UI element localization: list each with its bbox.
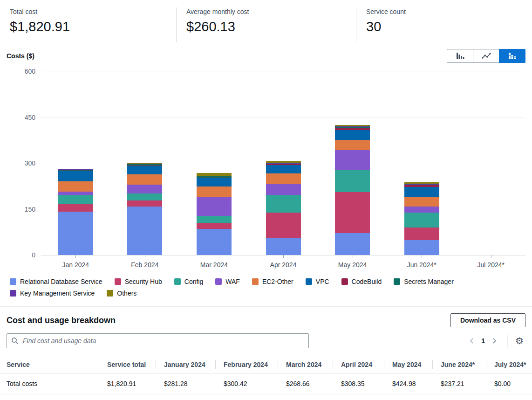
bar-column: [249, 71, 318, 255]
x-axis-label: May 2024: [318, 261, 387, 269]
x-axis-tick: [353, 255, 353, 258]
next-page-button[interactable]: [488, 336, 501, 346]
stacked-bar-chart-toggle-button[interactable]: [499, 49, 525, 63]
x-axis-label: Mar 2024: [179, 261, 249, 269]
bar-segment[interactable]: [266, 173, 301, 184]
bar-segment[interactable]: [335, 233, 370, 255]
legend-label: Config: [184, 278, 203, 285]
stat-value: $260.13: [186, 19, 356, 34]
legend-label: CodeBuild: [352, 278, 382, 285]
y-axis: 0150300450600: [7, 71, 41, 255]
bar-segment[interactable]: [197, 229, 232, 255]
legend-swatch: [174, 278, 181, 285]
bar-segment[interactable]: [335, 130, 370, 140]
legend-item[interactable]: Relational Database Service: [10, 278, 102, 285]
bar-segment[interactable]: [335, 140, 370, 150]
bar-segment[interactable]: [404, 187, 439, 196]
bar-segment[interactable]: [127, 174, 162, 185]
bar-segment[interactable]: [404, 213, 439, 228]
stat-label: Service count: [366, 7, 532, 16]
bar-segment[interactable]: [58, 212, 93, 255]
bar-segment[interactable]: [404, 240, 439, 255]
legend-item[interactable]: Config: [174, 278, 203, 285]
x-axis-tick: [145, 255, 145, 258]
bar-segment[interactable]: [197, 186, 232, 197]
bar-segment[interactable]: [58, 171, 93, 181]
bar-segment[interactable]: [58, 204, 93, 212]
legend-item[interactable]: WAF: [215, 278, 240, 285]
bar-chart-toggle-button[interactable]: [447, 49, 473, 63]
download-as-csv-button[interactable]: Download as CSV: [450, 313, 525, 327]
x-axis-tick: [491, 255, 491, 258]
bar-segment[interactable]: [127, 185, 162, 193]
bar-segment[interactable]: [404, 207, 439, 213]
bar-segment[interactable]: [127, 207, 162, 255]
bar-segment[interactable]: [197, 197, 232, 216]
legend-label: EC2-Other: [262, 278, 293, 285]
legend-item[interactable]: Security Hub: [115, 278, 162, 285]
bar-segment[interactable]: [266, 195, 301, 213]
stacked-bar: [335, 125, 370, 255]
legend-item[interactable]: Key Management Service: [10, 290, 95, 297]
bar-segment[interactable]: [127, 193, 162, 200]
stat-average-monthly-cost: Average monthly cost $260.13: [176, 7, 356, 42]
legend-label: Key Management Service: [20, 290, 95, 297]
line-chart-toggle-button[interactable]: [473, 49, 499, 63]
bar-segment[interactable]: [127, 200, 162, 207]
bar-segment[interactable]: [58, 192, 93, 195]
bar-segment[interactable]: [266, 184, 301, 195]
bar-segment[interactable]: [266, 213, 301, 237]
bar-segment[interactable]: [58, 195, 93, 204]
table-cell: Total costs: [0, 373, 99, 394]
y-axis-tick-label: 450: [25, 114, 35, 121]
legend-item[interactable]: CodeBuild: [341, 278, 382, 285]
legend-label: Others: [117, 290, 136, 297]
bar-segment[interactable]: [335, 170, 370, 192]
bar-segment[interactable]: [197, 216, 232, 223]
x-axis-label: Jun 2024*: [387, 261, 457, 269]
stat-label: Average monthly cost: [186, 7, 356, 16]
bar-segment[interactable]: [58, 181, 93, 192]
chart-legend: Relational Database ServiceSecurity HubC…: [10, 278, 522, 297]
table-column-header: Service: [0, 356, 99, 373]
search-input[interactable]: [22, 337, 304, 345]
stacked-bar-chart-icon: [508, 52, 517, 60]
legend-swatch: [306, 278, 312, 285]
bar-segment[interactable]: [404, 228, 439, 241]
stacked-bar: [404, 182, 439, 255]
legend-item[interactable]: Others: [107, 290, 136, 297]
table-cell: $268.66: [278, 373, 333, 394]
bar-segment[interactable]: [266, 165, 301, 173]
bar-column: [456, 71, 525, 255]
x-axis-label: Apr 2024: [249, 261, 318, 269]
stat-total-cost: Total cost $1,820.91: [0, 7, 176, 42]
divider: [507, 335, 508, 347]
bar-column: [41, 71, 110, 255]
previous-page-button[interactable]: [465, 336, 478, 346]
bar-segment[interactable]: [197, 178, 232, 186]
table-column-header: March 2024: [278, 356, 333, 373]
legend-label: Secrets Manager: [404, 278, 454, 285]
bar-segment[interactable]: [197, 223, 232, 229]
bar-segment[interactable]: [335, 150, 370, 170]
breakdown-header: Cost and usage breakdown Download as CSV: [0, 307, 532, 327]
table-column-header: February 2024: [215, 356, 278, 373]
stat-label: Total cost: [10, 7, 176, 16]
stat-service-count: Service count 30: [356, 7, 532, 42]
settings-gear-icon[interactable]: ⚙: [513, 335, 525, 346]
page-number[interactable]: 1: [478, 337, 488, 345]
legend-swatch: [215, 278, 222, 285]
stat-value: $1,820.91: [10, 19, 176, 34]
bar-segment[interactable]: [335, 192, 370, 233]
x-axis-label: Feb 2024: [110, 261, 180, 269]
legend-item[interactable]: VPC: [306, 278, 329, 285]
bar-segment[interactable]: [127, 166, 162, 174]
x-axis-label: Jul 2024*: [456, 261, 525, 269]
legend-item[interactable]: Secrets Manager: [394, 278, 454, 285]
chevron-right-icon: [491, 338, 497, 344]
legend-item[interactable]: EC2-Other: [252, 278, 293, 285]
table-column-header: April 2024: [333, 356, 384, 373]
bar-segment[interactable]: [404, 197, 439, 207]
bar-segment[interactable]: [266, 238, 301, 255]
table-cell: $300.42: [215, 373, 278, 394]
